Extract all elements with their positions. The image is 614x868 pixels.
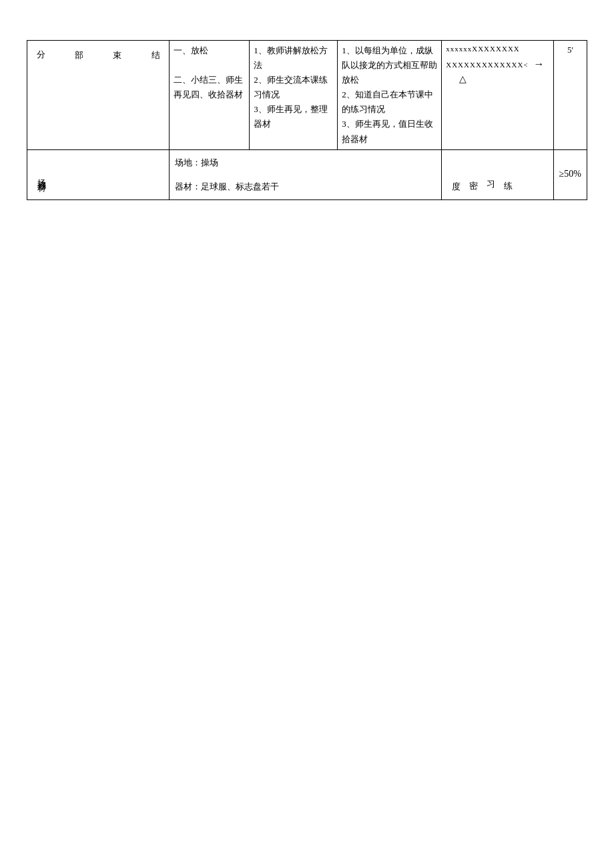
equipment-value: 足球服、标志盘若干 [201, 181, 279, 191]
density-value-cell: ≥50% [553, 149, 587, 199]
lesson-plan-table: 结 束 部 分 一、放松 二、小结三、师生再见四、收拾器材 1、教师讲解放松方法… [27, 40, 587, 200]
x-pattern-line1: xxxxxxXXXXXXXX [446, 43, 549, 55]
density-label: 练 习 密 度 [447, 174, 517, 175]
x-pattern-line2: XXXXXXXXXXXXX< → [446, 55, 549, 73]
density-label-cell: 练 习 密 度 [442, 149, 553, 199]
content1-text: 一、放松 二、小结三、师生再见四、收拾器材 [174, 43, 245, 102]
table-row-field: 场地器材 场地：操场 器材：足球服、标志盘若干 练 习 密 度 ≥50% [27, 149, 587, 199]
table-row-conclusion: 结 束 部 分 一、放松 二、小结三、师生再见四、收拾器材 1、教师讲解放松方法… [27, 41, 587, 150]
content2-text: 1、教师讲解放松方法 2、师生交流本课练习情况 3、师生再见，整理器材 [254, 43, 333, 132]
field-content-cell: 场地：操场 器材：足球服、标志盘若干 [170, 149, 442, 199]
diagram-cell: xxxxxxXXXXXXXX XXXXXXXXXXXXX< → △ [442, 41, 553, 150]
equipment-label: 器材： [175, 181, 201, 191]
content-col3: 1、以每组为单位，成纵队以接龙的方式相互帮助放松 2、知道自己在本节课中的练习情… [338, 41, 442, 150]
arrow-symbol: → [533, 58, 545, 69]
field-section-label: 场地器材 [33, 172, 50, 177]
venue-value: 操场 [201, 157, 218, 167]
diagram-content: xxxxxxXXXXXXXX XXXXXXXXXXXXX< → △ [446, 43, 549, 86]
venue-line: 场地：操场 [175, 154, 436, 171]
triangle-symbol: △ [459, 72, 549, 86]
section-label: 结 束 部 分 [27, 41, 170, 150]
content-col1: 一、放松 二、小结三、师生再见四、收拾器材 [170, 41, 250, 150]
content3-text: 1、以每组为单位，成纵队以接龙的方式相互帮助放松 2、知道自己在本节课中的练习情… [342, 43, 437, 147]
equipment-line: 器材：足球服、标志盘若干 [175, 178, 436, 195]
density-value: ≥50% [559, 167, 581, 181]
content-col2: 1、教师讲解放松方法 2、师生交流本课练习情况 3、师生再见，整理器材 [250, 41, 338, 150]
time-cell: 5' [553, 41, 587, 150]
field-label-cell: 场地器材 [27, 149, 170, 199]
time-value: 5' [558, 43, 583, 57]
venue-label: 场地： [175, 157, 201, 167]
